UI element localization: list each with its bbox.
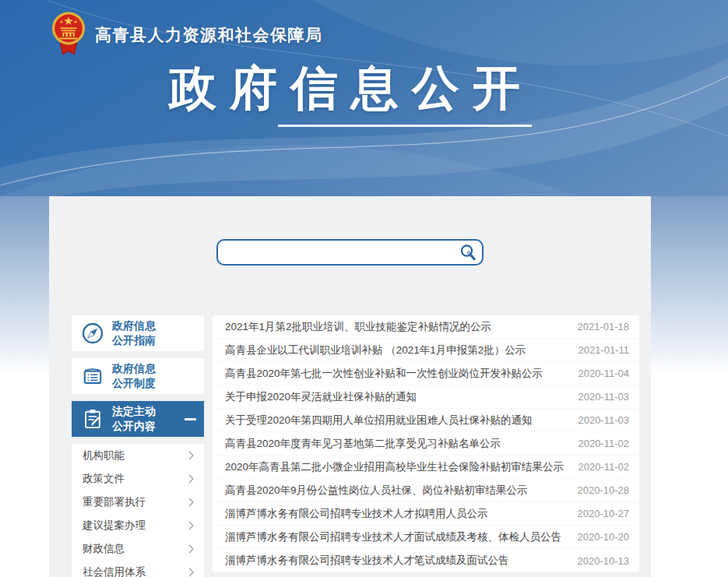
article-list: 2021年1月第2批职业培训、职业技能鉴定补贴情况的公示 2021-01-18 … [213, 315, 639, 572]
article-row[interactable]: 2020年高青县第二批小微企业招用高校毕业生社会保险补贴初审结果公示 2020-… [213, 456, 639, 479]
sidebar-item-label: 政府信息 公开指南 [112, 318, 156, 348]
chevron-right-icon [188, 521, 194, 530]
article-row[interactable]: 淄博芦博水务有限公司招聘专业技术人才拟聘用人员公示 2020-10-27 [213, 502, 639, 526]
chevron-right-icon [188, 498, 194, 507]
submenu-item-label: 社会信用体系 [83, 565, 146, 577]
submenu-item[interactable]: 重要部署执行 [72, 491, 204, 514]
document-list-icon [80, 364, 105, 389]
article-date: 2021-01-11 [578, 344, 629, 356]
submenu-item[interactable]: 社会信用体系 [72, 561, 204, 577]
search-button[interactable] [454, 241, 482, 264]
article-title[interactable]: 关于受理2020年第四期用人单位招用就业困难人员社保补贴的通知 [225, 413, 568, 427]
sidebar-item-disclosure-system[interactable]: 政府信息 公开制度 [72, 358, 204, 394]
compass-icon [80, 321, 105, 346]
article-row[interactable]: 高青县企业以工代训职业培训补贴 （2021年1月申报第2批）公示 2021-01… [213, 339, 639, 362]
sidebar-item-disclosure-guide[interactable]: 政府信息 公开指南 [72, 315, 204, 351]
site-name: 高青县人力资源和社会保障局 [95, 24, 323, 46]
article-row[interactable]: 淄博芦博水务有限公司招聘专业技术人才笔试成绩及面试公告 2020-10-13 [213, 549, 639, 572]
article-title[interactable]: 高青县2020年9月份公益性岗位人员社保、岗位补贴初审结果公示 [225, 484, 568, 498]
clipboard-pen-icon [80, 406, 105, 431]
article-date: 2020-11-04 [578, 368, 629, 379]
submenu-item-label: 财政信息 [83, 542, 125, 556]
content-panel: 政府信息 公开指南 政府信息 公开制度 [49, 196, 651, 577]
submenu-item-label: 建议提案办理 [83, 519, 146, 533]
submenu-item-label: 政策文件 [83, 472, 125, 486]
submenu-item-label: 机构职能 [83, 449, 125, 463]
article-date: 2020-11-03 [578, 391, 629, 403]
article-title[interactable]: 淄博芦博水务有限公司招聘专业技术人才面试成绩及考核、体检人员公告 [225, 530, 568, 544]
submenu-item[interactable]: 政策文件 [72, 467, 204, 491]
article-title[interactable]: 2020年高青县第二批小微企业招用高校毕业生社会保险补贴初审结果公示 [225, 460, 568, 474]
article-title[interactable]: 淄博芦博水务有限公司招聘专业技术人才笔试成绩及面试公告 [225, 554, 568, 568]
article-date: 2020-10-20 [578, 531, 630, 543]
sidebar-submenu: 机构职能 政策文件 重要部署执行 建议提案办理 [72, 444, 204, 577]
national-emblem-icon [51, 11, 86, 59]
chevron-right-icon [188, 451, 194, 460]
article-title[interactable]: 关于申报2020年灵活就业社保补贴的通知 [225, 390, 568, 404]
sidebar: 政府信息 公开指南 政府信息 公开制度 [72, 315, 204, 577]
search-box [216, 239, 484, 266]
sidebar-item-label: 政府信息 公开制度 [112, 361, 156, 391]
submenu-item[interactable]: 机构职能 [72, 444, 204, 467]
sidebar-item-label: 法定主动 公开内容 [112, 404, 156, 434]
article-date: 2020-11-02 [578, 461, 629, 473]
article-title[interactable]: 高青县2020年度青年见习基地第二批享受见习补贴名单公示 [225, 437, 568, 451]
submenu-item[interactable]: 财政信息 [72, 537, 204, 561]
chevron-right-icon [188, 544, 194, 554]
article-row[interactable]: 高青县2020年9月份公益性岗位人员社保、岗位补贴初审结果公示 2020-10-… [213, 479, 639, 502]
article-title[interactable]: 高青县2020年第七批一次性创业补贴和一次性创业岗位开发补贴公示 [225, 367, 568, 381]
title-underline [278, 125, 532, 127]
submenu-item[interactable]: 建议提案办理 [72, 514, 204, 537]
article-row[interactable]: 关于受理2020年第四期用人单位招用就业困难人员社保补贴的通知 2020-11-… [213, 409, 639, 432]
article-title[interactable]: 高青县企业以工代训职业培训补贴 （2021年1月申报第2批）公示 [225, 343, 568, 357]
submenu-item-label: 重要部署执行 [83, 495, 146, 509]
article-date: 2020-10-28 [578, 484, 630, 496]
article-date: 2020-10-13 [578, 555, 630, 567]
site-logo-row: 高青县人力资源和社会保障局 [51, 11, 323, 59]
article-title[interactable]: 淄博芦博水务有限公司招聘专业技术人才拟聘用人员公示 [225, 507, 568, 521]
article-row[interactable]: 2021年1月第2批职业培训、职业技能鉴定补贴情况的公示 2021-01-18 [213, 315, 639, 339]
magnifier-icon [459, 244, 477, 261]
article-date: 2020-11-03 [578, 414, 629, 426]
article-title[interactable]: 2021年1月第2批职业培训、职业技能鉴定补贴情况的公示 [225, 320, 568, 334]
chevron-right-icon [188, 474, 194, 484]
article-date: 2020-10-27 [578, 508, 630, 519]
collapse-minus-icon[interactable] [185, 418, 196, 420]
article-date: 2021-01-18 [578, 321, 630, 332]
sidebar-item-mandatory-disclosure[interactable]: 法定主动 公开内容 [72, 401, 204, 437]
hero-banner: 高青县人力资源和社会保障局 政府信息公开 [0, 0, 728, 196]
page-title: 政府信息公开 [148, 61, 554, 115]
article-row[interactable]: 关于申报2020年灵活就业社保补贴的通知 2020-11-03 [213, 385, 639, 409]
article-row[interactable]: 高青县2020年度青年见习基地第二批享受见习补贴名单公示 2020-11-02 [213, 432, 639, 456]
article-date: 2020-11-02 [578, 438, 629, 449]
chevron-right-icon [188, 568, 194, 577]
search-input[interactable] [218, 241, 454, 264]
article-row[interactable]: 淄博芦博水务有限公司招聘专业技术人才面试成绩及考核、体检人员公告 2020-10… [213, 526, 639, 549]
article-row[interactable]: 高青县2020年第七批一次性创业补贴和一次性创业岗位开发补贴公示 2020-11… [213, 362, 639, 385]
